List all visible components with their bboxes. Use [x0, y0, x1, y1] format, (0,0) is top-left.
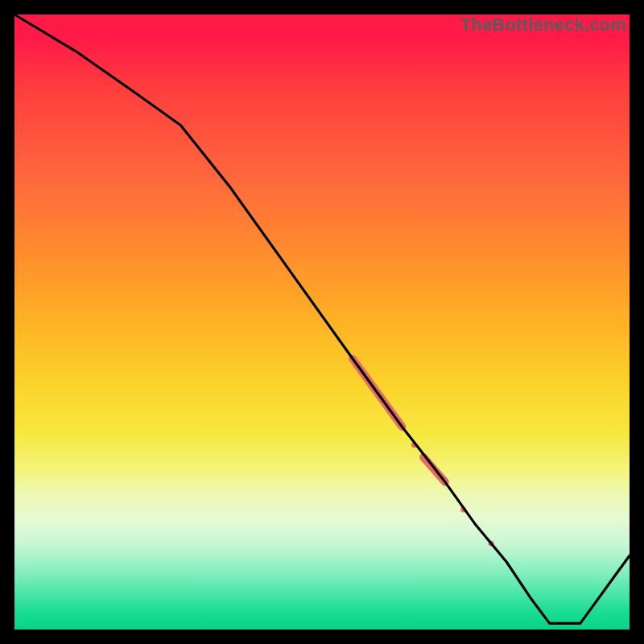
chart-svg [14, 14, 630, 630]
bottleneck-curve [14, 14, 630, 623]
chart-container: TheBottleneck.com [0, 0, 644, 644]
plot-area: TheBottleneck.com [14, 14, 630, 630]
